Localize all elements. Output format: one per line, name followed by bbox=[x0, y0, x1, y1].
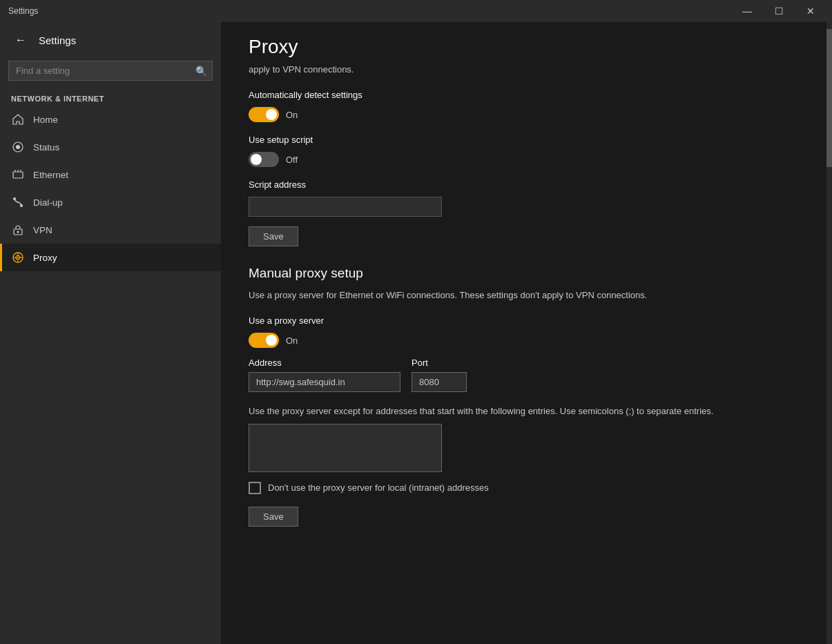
auto-detect-thumb bbox=[266, 109, 277, 120]
script-address-input[interactable] bbox=[249, 197, 442, 217]
auto-detect-state: On bbox=[286, 110, 298, 120]
exceptions-label: Use the proxy server except for addresse… bbox=[249, 404, 804, 418]
addr-port-row: Address Port bbox=[249, 358, 804, 392]
home-icon bbox=[11, 113, 25, 126]
sidebar-item-dialup-label: Dial-up bbox=[33, 197, 63, 208]
setup-script-thumb bbox=[251, 154, 262, 165]
sidebar-item-vpn-label: VPN bbox=[33, 225, 52, 235]
sidebar-item-ethernet-label: Ethernet bbox=[33, 170, 68, 180]
exceptions-textarea[interactable] bbox=[249, 424, 442, 472]
close-button[interactable]: ✕ bbox=[795, 0, 826, 22]
dont-use-local-checkbox[interactable] bbox=[249, 482, 261, 494]
port-field-group: Port bbox=[412, 358, 467, 392]
manual-proxy-heading: Manual proxy setup bbox=[249, 266, 804, 281]
save-button-2[interactable]: Save bbox=[249, 507, 298, 527]
auto-detect-toggle-row: On bbox=[249, 107, 804, 122]
status-icon bbox=[11, 140, 25, 154]
use-proxy-toggle-row: On bbox=[249, 333, 804, 348]
dont-use-local-label: Don't use the proxy server for local (in… bbox=[268, 482, 489, 493]
maximize-button[interactable]: ☐ bbox=[763, 0, 795, 22]
auto-detect-subtitle: apply to VPN connections. bbox=[249, 64, 804, 76]
back-button[interactable]: ← bbox=[11, 30, 30, 50]
sidebar-item-home[interactable]: Home bbox=[0, 106, 221, 133]
use-proxy-thumb bbox=[266, 335, 277, 346]
auto-detect-toggle[interactable] bbox=[249, 107, 279, 122]
setup-script-toggle-row: Off bbox=[249, 152, 804, 167]
svg-point-9 bbox=[17, 231, 19, 233]
sidebar-header: ← Settings bbox=[0, 22, 221, 58]
main-content: Proxy apply to VPN connections. Automati… bbox=[221, 22, 832, 644]
scrollbar-thumb bbox=[826, 29, 832, 167]
titlebar-controls: — ☐ ✕ bbox=[731, 0, 826, 22]
use-proxy-label: Use a proxy server bbox=[249, 315, 804, 326]
svg-rect-2 bbox=[13, 172, 23, 178]
svg-point-1 bbox=[16, 145, 20, 149]
sidebar-item-dialup[interactable]: Dial-up bbox=[0, 188, 221, 216]
auto-detect-label: Automatically detect settings bbox=[249, 90, 804, 100]
sidebar-item-proxy[interactable]: Proxy bbox=[0, 244, 221, 271]
sidebar-item-ethernet[interactable]: Ethernet bbox=[0, 161, 221, 188]
vpn-icon bbox=[11, 223, 25, 237]
script-address-label: Script address bbox=[249, 179, 804, 190]
sidebar-item-vpn[interactable]: VPN bbox=[0, 216, 221, 244]
sidebar-item-status-label: Status bbox=[33, 142, 59, 153]
sidebar-section-label: Network & Internet bbox=[0, 89, 221, 106]
scrollbar-track[interactable] bbox=[826, 22, 832, 644]
address-label: Address bbox=[249, 358, 400, 368]
search-icon: 🔍 bbox=[195, 66, 207, 77]
svg-point-7 bbox=[20, 204, 23, 207]
address-field-group: Address bbox=[249, 358, 400, 392]
minimize-button[interactable]: — bbox=[731, 0, 763, 22]
address-input[interactable] bbox=[249, 372, 400, 392]
search-box: 🔍 bbox=[8, 61, 213, 81]
manual-proxy-description: Use a proxy server for Ethernet or WiFi … bbox=[249, 289, 804, 302]
dont-use-local-row: Don't use the proxy server for local (in… bbox=[249, 482, 804, 494]
use-proxy-state: On bbox=[286, 335, 298, 346]
sidebar-app-title: Settings bbox=[39, 35, 76, 46]
ethernet-icon bbox=[11, 168, 25, 182]
save-button-1[interactable]: Save bbox=[249, 226, 298, 246]
app-container: ← Settings 🔍 Network & Internet Home Sta… bbox=[0, 22, 832, 644]
sidebar-item-proxy-label: Proxy bbox=[33, 253, 57, 263]
sidebar-item-status[interactable]: Status bbox=[0, 133, 221, 161]
port-label: Port bbox=[412, 358, 467, 368]
use-proxy-toggle[interactable] bbox=[249, 333, 279, 348]
titlebar-left: Settings bbox=[8, 6, 38, 16]
manual-proxy-section: Manual proxy setup Use a proxy server fo… bbox=[249, 266, 804, 302]
search-input[interactable] bbox=[8, 61, 213, 81]
setup-script-toggle[interactable] bbox=[249, 152, 279, 167]
svg-point-6 bbox=[13, 197, 16, 200]
page-title: Proxy bbox=[249, 36, 804, 58]
setup-script-state: Off bbox=[286, 155, 298, 165]
proxy-icon bbox=[11, 251, 25, 264]
sidebar-item-home-label: Home bbox=[33, 115, 58, 125]
titlebar: Settings — ☐ ✕ bbox=[0, 0, 832, 22]
sidebar: ← Settings 🔍 Network & Internet Home Sta… bbox=[0, 22, 221, 644]
setup-script-label: Use setup script bbox=[249, 135, 804, 145]
dialup-icon bbox=[11, 195, 25, 209]
port-input[interactable] bbox=[412, 372, 467, 392]
titlebar-title: Settings bbox=[8, 6, 38, 16]
